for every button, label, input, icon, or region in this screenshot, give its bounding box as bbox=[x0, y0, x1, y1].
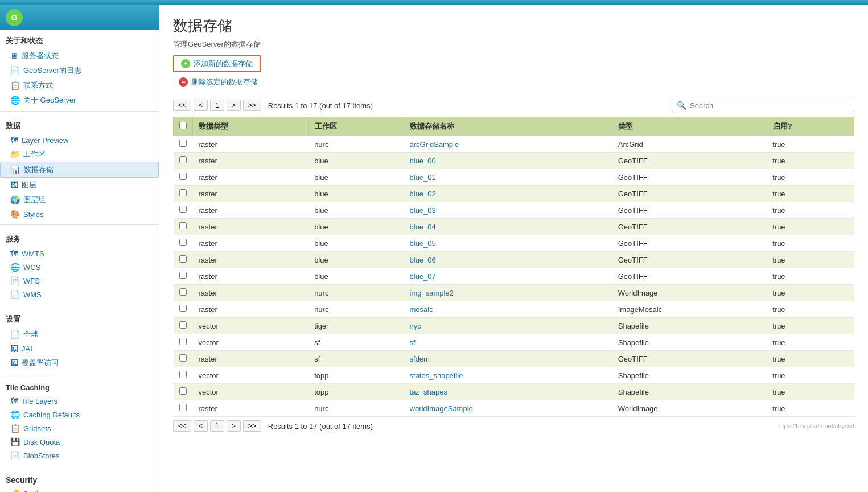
row-checkbox[interactable] bbox=[179, 189, 187, 196]
row-checkbox[interactable] bbox=[179, 173, 187, 180]
sidebar-item-wms[interactable]: 📄WMS bbox=[0, 288, 159, 301]
current-page-button[interactable]: 1 bbox=[210, 100, 224, 111]
contact-icon: 📋 bbox=[10, 81, 20, 90]
global-icon: 📄 bbox=[10, 330, 20, 339]
table-row: rastersfsfdemGeoTIFFtrue bbox=[174, 351, 854, 367]
table-cell: blue_04 bbox=[404, 219, 612, 235]
row-checkbox[interactable] bbox=[179, 321, 187, 329]
table-cell: true bbox=[767, 136, 854, 153]
datastore-link[interactable]: blue_05 bbox=[410, 239, 436, 248]
sidebar-item-coverage-access[interactable]: 🖼覆盖率访问 bbox=[0, 355, 159, 370]
sidebar-item-styles[interactable]: 🎨Styles bbox=[0, 207, 159, 221]
datastore-link[interactable]: sfdem bbox=[410, 355, 430, 363]
sidebar-item-tile-layers[interactable]: 🗺Tile Layers bbox=[0, 394, 159, 408]
sidebar-item-about[interactable]: 🌐关于 GeoServer bbox=[0, 93, 159, 108]
datastore-link[interactable]: worldImageSample bbox=[410, 404, 473, 413]
prev-page-button[interactable]: < bbox=[194, 100, 208, 111]
row-checkbox[interactable] bbox=[179, 255, 187, 263]
datastore-link[interactable]: arcGridSample bbox=[410, 140, 459, 149]
sidebar-divider bbox=[0, 224, 159, 225]
sidebar-item-gridsets[interactable]: 📋Gridsets bbox=[0, 421, 159, 435]
datastore-link[interactable]: nyc bbox=[410, 322, 421, 330]
sidebar-item-server-status[interactable]: 🖥服务器状态 bbox=[0, 48, 159, 63]
table-cell: true bbox=[767, 367, 854, 384]
sidebar-item-contact[interactable]: 📋联系方式 bbox=[0, 78, 159, 93]
table-cell: WorldImage bbox=[612, 400, 767, 417]
datastore-link[interactable]: blue_07 bbox=[410, 272, 436, 281]
table-cell: GeoTIFF bbox=[612, 153, 767, 169]
bottom-first-page-button[interactable]: << bbox=[173, 420, 191, 432]
first-page-button[interactable]: << bbox=[173, 100, 191, 111]
sidebar-item-workspaces[interactable]: 📁工作区 bbox=[0, 147, 159, 162]
datastore-link[interactable]: sf bbox=[410, 338, 416, 347]
bottom-prev-page-button[interactable]: < bbox=[194, 420, 208, 432]
datastore-link[interactable]: blue_06 bbox=[410, 256, 436, 264]
datastores-table: 数据类型 工作区 数据存储名称 类型 启用? rasternurcarcGrid… bbox=[173, 117, 854, 417]
row-checkbox[interactable] bbox=[179, 387, 187, 395]
sidebar-item-wfs[interactable]: 📄WFS bbox=[0, 274, 159, 288]
table-cell: true bbox=[767, 252, 854, 268]
datastore-link[interactable]: blue_01 bbox=[410, 173, 436, 182]
bottom-last-page-button[interactable]: >> bbox=[243, 420, 261, 432]
last-page-button[interactable]: >> bbox=[243, 100, 261, 111]
sidebar-item-label: Gridsets bbox=[23, 424, 51, 433]
datastore-link[interactable]: blue_03 bbox=[410, 206, 436, 215]
datastore-link[interactable]: blue_00 bbox=[410, 157, 436, 165]
disk-quota-icon: 💾 bbox=[10, 437, 20, 446]
gridsets-icon: 📋 bbox=[10, 424, 20, 433]
row-checkbox[interactable] bbox=[179, 140, 187, 147]
wcs-icon: 🌐 bbox=[10, 263, 20, 272]
sidebar-item-label: BlobStores bbox=[23, 452, 60, 460]
datastore-link[interactable]: states_shapefile bbox=[410, 371, 463, 380]
logo-icon: G bbox=[6, 9, 23, 26]
datastore-link[interactable]: img_sample2 bbox=[410, 289, 454, 297]
table-cell: ArcGrid bbox=[612, 136, 767, 153]
datastore-link[interactable]: blue_04 bbox=[410, 223, 436, 231]
row-checkbox[interactable] bbox=[179, 338, 187, 345]
table-cell: blue bbox=[308, 169, 404, 186]
row-checkbox[interactable] bbox=[179, 288, 187, 296]
table-cell: GeoTIFF bbox=[612, 268, 767, 285]
add-datastore-button[interactable]: + 添加新的数据存储 bbox=[173, 55, 261, 72]
sidebar-item-layergroups[interactable]: 🌍图层组 bbox=[0, 192, 159, 207]
search-input[interactable] bbox=[690, 101, 849, 110]
row-checkbox[interactable] bbox=[179, 272, 187, 279]
next-page-button[interactable]: > bbox=[227, 100, 241, 111]
sidebar-item-layers[interactable]: 🖼图层 bbox=[0, 178, 159, 192]
row-checkbox[interactable] bbox=[179, 305, 187, 312]
datastore-link[interactable]: mosaic bbox=[410, 305, 433, 314]
row-checkbox[interactable] bbox=[179, 371, 187, 378]
remove-datastore-button[interactable]: − 删除选定的数据存储 bbox=[173, 75, 264, 89]
table-cell: Shapefile bbox=[612, 334, 767, 351]
sidebar-item-settings[interactable]: 🔑Settings bbox=[0, 487, 159, 492]
table-cell: blue_00 bbox=[404, 153, 612, 169]
row-checkbox[interactable] bbox=[179, 206, 187, 213]
sidebar-item-disk-quota[interactable]: 💾Disk Quota bbox=[0, 435, 159, 449]
datastore-link[interactable]: taz_shapes bbox=[410, 388, 448, 396]
datastore-link[interactable]: blue_02 bbox=[410, 190, 436, 198]
table-cell: blue bbox=[308, 153, 404, 169]
main-container: G 关于和状态🖥服务器状态📄GeoServer的日志📋联系方式🌐关于 GeoSe… bbox=[0, 5, 868, 492]
bottom-current-page-button[interactable]: 1 bbox=[210, 420, 224, 432]
row-checkbox[interactable] bbox=[179, 156, 187, 163]
col-name: 数据存储名称 bbox=[404, 117, 612, 136]
search-box: 🔍 bbox=[672, 99, 854, 112]
table-cell: true bbox=[767, 268, 854, 285]
sidebar-item-wmts[interactable]: 🗺WMTS bbox=[0, 247, 159, 260]
select-all-checkbox[interactable] bbox=[179, 122, 187, 129]
sidebar-item-datastores[interactable]: 📊数据存储 bbox=[0, 162, 159, 178]
sidebar-item-caching-defaults[interactable]: 🌐Caching Defaults bbox=[0, 408, 159, 421]
sidebar-item-label: 工作区 bbox=[23, 149, 46, 159]
row-checkbox[interactable] bbox=[179, 239, 187, 246]
sidebar-item-global[interactable]: 📄全球 bbox=[0, 327, 159, 342]
row-checkbox[interactable] bbox=[179, 354, 187, 362]
sidebar-item-blobstores[interactable]: 📄BlobStores bbox=[0, 449, 159, 462]
row-checkbox[interactable] bbox=[179, 404, 187, 411]
row-checkbox[interactable] bbox=[179, 222, 187, 229]
sidebar-item-geoserver-log[interactable]: 📄GeoServer的日志 bbox=[0, 63, 159, 78]
sidebar-item-jai[interactable]: 🖼JAI bbox=[0, 342, 159, 355]
sidebar-item-layer-preview[interactable]: 🗺Layer Preview bbox=[0, 133, 159, 147]
bottom-next-page-button[interactable]: > bbox=[227, 420, 241, 432]
sidebar-item-wcs[interactable]: 🌐WCS bbox=[0, 260, 159, 274]
table-cell: true bbox=[767, 400, 854, 417]
